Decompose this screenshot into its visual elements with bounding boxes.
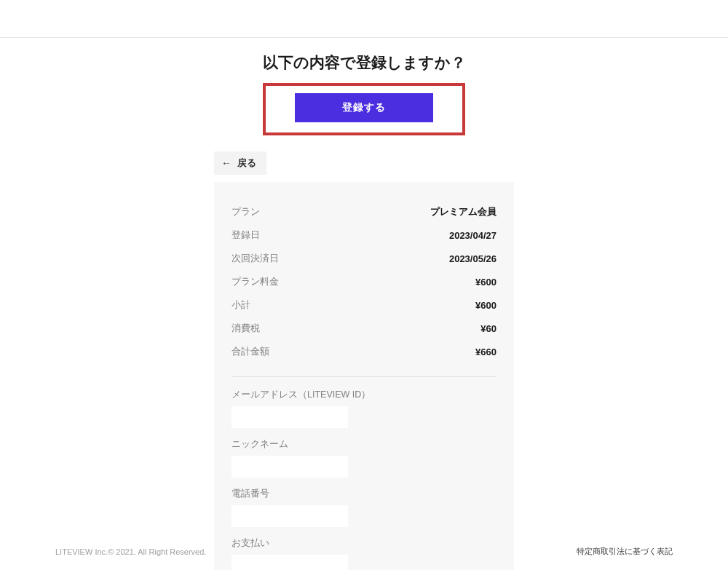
top-bar	[0, 0, 728, 38]
detail-value: 2023/05/26	[449, 253, 496, 264]
form-group-nickname: ニックネーム	[232, 438, 496, 478]
detail-value: 2023/04/27	[449, 230, 496, 241]
email-field[interactable]	[232, 406, 348, 428]
phone-label: 電話番号	[232, 488, 496, 500]
phone-field[interactable]	[232, 505, 348, 527]
detail-row-tax: 消費税 ¥60	[232, 317, 496, 340]
footer-legal-link[interactable]: 特定商取引法に基づく表記	[577, 546, 673, 557]
back-button[interactable]: ← 戻る	[214, 151, 266, 175]
divider	[232, 376, 496, 377]
email-label: メールアドレス（LITEVIEW ID）	[232, 389, 496, 401]
detail-row-subtotal: 小計 ¥600	[232, 293, 496, 317]
arrow-left-icon: ←	[221, 158, 232, 168]
footer-copyright: LITEVIEW Inc.© 2021. All Right Reserved.	[55, 547, 206, 556]
detail-row-register-date: 登録日 2023/04/27	[232, 223, 496, 247]
form-group-email: メールアドレス（LITEVIEW ID）	[232, 389, 496, 428]
detail-label: 登録日	[232, 229, 260, 242]
detail-label: 消費税	[232, 322, 260, 335]
detail-label: プラン料金	[232, 275, 279, 288]
detail-value: ¥660	[475, 347, 496, 357]
payment-field[interactable]	[232, 555, 348, 570]
detail-row-plan-fee: プラン料金 ¥600	[232, 270, 496, 293]
form-group-phone: 電話番号	[232, 488, 496, 527]
details-panel: プラン プレミアム会員 登録日 2023/04/27 次回決済日 2023/05…	[214, 182, 514, 570]
detail-row-total: 合計金額 ¥660	[232, 340, 496, 363]
back-container: ← 戻る	[214, 151, 514, 175]
detail-value: ¥600	[475, 277, 496, 288]
detail-label: 次回決済日	[232, 252, 279, 265]
nickname-field[interactable]	[232, 456, 348, 478]
detail-label: 小計	[232, 298, 250, 312]
back-label: 戻る	[237, 157, 256, 170]
detail-label: 合計金額	[232, 345, 269, 358]
page-title: 以下の内容で登録しますか？	[263, 52, 466, 73]
nickname-label: ニックネーム	[232, 438, 496, 451]
detail-value: ¥600	[475, 300, 496, 311]
detail-row-plan: プラン プレミアム会員	[232, 200, 496, 223]
register-button[interactable]: 登録する	[295, 93, 433, 122]
highlight-box: 登録する	[263, 83, 465, 135]
detail-row-next-payment: 次回決済日 2023/05/26	[232, 247, 496, 270]
footer: LITEVIEW Inc.© 2021. All Right Reserved.…	[0, 546, 728, 557]
detail-value: プレミアム会員	[430, 205, 496, 218]
detail-label: プラン	[232, 205, 260, 218]
main-content: 以下の内容で登録しますか？ 登録する ← 戻る プラン プレミアム会員 登録日 …	[0, 38, 728, 570]
detail-value: ¥60	[480, 323, 496, 334]
